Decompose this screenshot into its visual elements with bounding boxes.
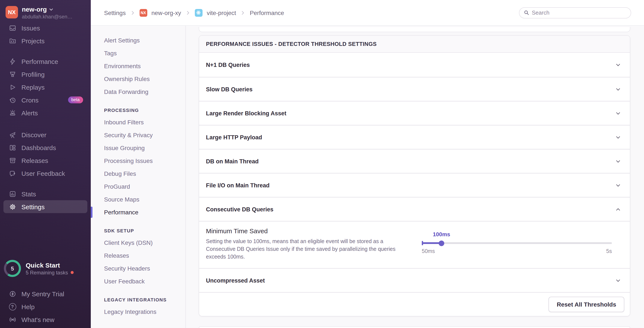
settings-nav-environments[interactable]: Environments [91, 60, 186, 72]
settings-nav-performance[interactable]: Performance [91, 206, 186, 219]
settings-nav-security-headers[interactable]: Security Headers [91, 262, 186, 275]
sidebar-item-label: Performance [22, 58, 58, 65]
app-root: NX new-org abdullah.khan@sen… Issues Pro… [0, 0, 644, 328]
feedback-icon [8, 169, 16, 177]
sidebar-item-stats[interactable]: Stats [0, 187, 91, 200]
chevron-up-icon [615, 206, 621, 213]
slider-thumb[interactable] [439, 240, 444, 246]
sidebar-item-help[interactable]: ? Help [0, 300, 91, 313]
help-icon: ? [8, 303, 16, 310]
settings-nav-legacy-integrations[interactable]: Legacy Integrations [91, 305, 186, 318]
settings-nav-data-forwarding[interactable]: Data Forwarding [91, 85, 186, 98]
search-icon [524, 10, 529, 16]
org-switcher[interactable]: NX new-org abdullah.khan@sen… [0, 0, 91, 19]
threshold-settings-panel: PERFORMANCE ISSUES - DETECTOR THRESHOLD … [199, 35, 630, 316]
settings-nav-user-feedback[interactable]: User Feedback [91, 275, 186, 288]
breadcrumb-project[interactable]: vite-project [207, 9, 236, 16]
accordion-row-file-io-on-main-thread[interactable]: File I/O on Main Thread [199, 173, 630, 197]
sidebar: NX new-org abdullah.khan@sen… Issues Pro… [0, 0, 91, 328]
sidebar-item-replays[interactable]: Replays [0, 81, 91, 93]
gear-icon [8, 203, 16, 211]
siren-icon [8, 109, 16, 117]
settings-nav-tags[interactable]: Tags [91, 47, 186, 60]
sidebar-item-settings[interactable]: Settings [4, 200, 87, 213]
accordion-row-slow-db-queries[interactable]: Slow DB Queries [199, 77, 630, 101]
sidebar-item-label: Replays [22, 83, 44, 91]
clock-icon [8, 96, 16, 104]
sidebar-footer: My Sentry Trial ? Help What's new [0, 287, 91, 326]
reset-all-thresholds-button[interactable]: Reset All Thresholds [549, 297, 624, 312]
org-avatar-small: NX [140, 9, 147, 17]
sidebar-item-label: Settings [22, 203, 44, 210]
play-icon [8, 83, 16, 91]
breadcrumb-page[interactable]: Performance [250, 9, 284, 16]
slider-min-label: 50ms [422, 248, 435, 254]
sidebar-group-primary: Issues Projects [0, 22, 91, 47]
sidebar-item-label: Stats [22, 190, 36, 198]
sidebar-item-label: Discover [22, 131, 46, 138]
settings-nav-source-maps[interactable]: Source Maps [91, 193, 186, 206]
sidebar-item-user-feedback[interactable]: User Feedback [0, 167, 91, 180]
org-avatar: NX [6, 6, 18, 19]
quick-start[interactable]: 5 Quick Start 5 Remaining tasks [4, 260, 74, 277]
settings-nav-inbound-filters[interactable]: Inbound Filters [91, 116, 186, 129]
sidebar-item-performance[interactable]: Performance [0, 55, 91, 68]
sidebar-item-label: Releases [22, 157, 48, 164]
settings-nav-alert-settings[interactable]: Alert Settings [91, 34, 186, 47]
search-input[interactable] [532, 10, 626, 16]
dashboard-grid-icon [8, 144, 16, 151]
accordion-row-uncompressed-asset[interactable]: Uncompressed Asset [199, 268, 630, 292]
settings-nav-issue-grouping[interactable]: Issue Grouping [91, 141, 186, 154]
projects-icon [8, 37, 16, 45]
org-name: new-org [22, 6, 47, 13]
org-email: abdullah.khan@sen… [22, 14, 72, 20]
breadcrumb-settings[interactable]: Settings [104, 9, 126, 16]
settings-nav-processing-issues[interactable]: Processing Issues [91, 154, 186, 167]
settings-nav-security-privacy[interactable]: Security & Privacy [91, 129, 186, 141]
settings-nav-releases[interactable]: Releases [91, 249, 186, 262]
sidebar-item-trial[interactable]: My Sentry Trial [0, 287, 91, 300]
accordion-row-consecutive-db-queries[interactable]: Consecutive DB Queries [199, 197, 630, 221]
react-project-icon [195, 9, 202, 17]
settings-nav: Alert Settings Tags Environments Ownersh… [91, 26, 186, 328]
main-content: PERFORMANCE ISSUES - DETECTOR THRESHOLD … [186, 26, 644, 328]
settings-nav-debug-files[interactable]: Debug Files [91, 167, 186, 180]
sidebar-item-label: User Feedback [22, 170, 65, 177]
archive-icon [8, 156, 16, 164]
settings-nav-header-sdk-setup: SDK SETUP [91, 225, 186, 236]
header-bar: Settings NX new-org-xy vite-project Perf… [91, 0, 644, 26]
quick-start-count: 5 [11, 265, 14, 272]
sidebar-item-projects[interactable]: Projects [0, 34, 91, 47]
minimum-time-saved-slider: 100ms 50ms 5s [422, 231, 612, 259]
issues-icon [8, 24, 16, 32]
beta-badge: beta [68, 96, 83, 103]
sidebar-item-profiling[interactable]: Profiling [0, 68, 91, 81]
notification-dot [70, 271, 74, 274]
bar-chart-icon [8, 190, 16, 198]
sidebar-item-discover[interactable]: Discover [0, 128, 91, 141]
chevron-down-icon [615, 86, 621, 92]
sidebar-item-releases[interactable]: Releases [0, 154, 91, 167]
sidebar-item-issues[interactable]: Issues [0, 22, 91, 34]
settings-nav-ownership-rules[interactable]: Ownership Rules [91, 72, 186, 85]
chevron-down-icon [615, 134, 621, 140]
slider-track[interactable] [422, 242, 612, 244]
slider-value-label: 100ms [433, 231, 450, 238]
sidebar-item-whats-new[interactable]: What's new [0, 313, 91, 326]
breadcrumb-org[interactable]: new-org-xy [151, 9, 181, 16]
sidebar-group-observe: Performance Profiling Replays Crons beta… [0, 55, 91, 119]
accordion-row-large-http-payload[interactable]: Large HTTP Payload [199, 125, 630, 149]
settings-nav-proguard[interactable]: ProGuard [91, 180, 186, 193]
chevron-down-icon [615, 158, 621, 165]
panel-footer: Reset All Thresholds [199, 292, 630, 316]
accordion-row-large-render-blocking-asset[interactable]: Large Render Blocking Asset [199, 101, 630, 125]
sidebar-item-alerts[interactable]: Alerts [0, 106, 91, 119]
lightning-icon [8, 57, 16, 65]
chevron-down-icon [615, 110, 621, 116]
accordion-row-db-on-main-thread[interactable]: DB on Main Thread [199, 149, 630, 173]
chevron-down-icon [615, 277, 621, 284]
settings-nav-client-keys[interactable]: Client Keys (DSN) [91, 236, 186, 249]
sidebar-item-dashboards[interactable]: Dashboards [0, 141, 91, 154]
accordion-row-n-plus-one-db-queries[interactable]: N+1 DB Queries [199, 53, 630, 77]
sidebar-item-crons[interactable]: Crons beta [0, 93, 91, 106]
